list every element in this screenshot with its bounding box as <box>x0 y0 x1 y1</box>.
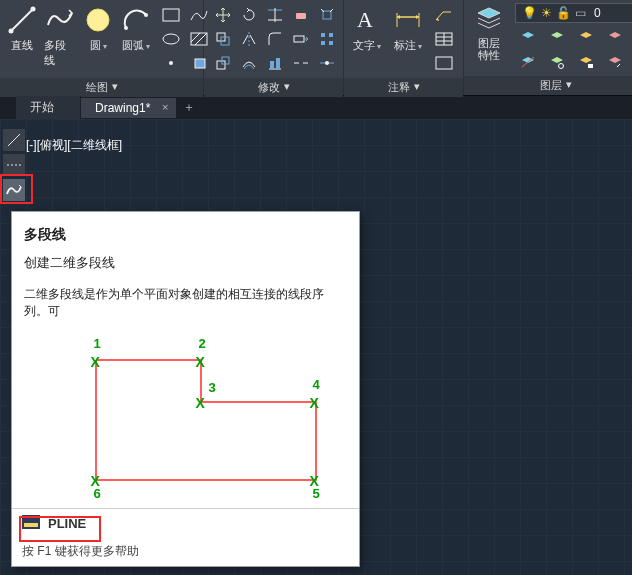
tool-mtext[interactable] <box>431 52 457 74</box>
tool-break[interactable] <box>288 52 314 74</box>
svg-point-4 <box>124 26 128 30</box>
svg-point-1 <box>9 29 14 34</box>
layer-tool-4[interactable] <box>602 26 628 48</box>
tool-stretch[interactable] <box>288 28 314 50</box>
chevron-down-icon: ▾ <box>284 80 290 95</box>
svg-line-0 <box>11 9 33 31</box>
text-icon: A <box>351 4 383 36</box>
layer-tool-8[interactable] <box>602 51 628 73</box>
tool-align[interactable] <box>262 52 288 74</box>
tooltip-footer: PLINE <box>12 508 359 538</box>
tool-rotate[interactable] <box>236 4 262 26</box>
svg-line-49 <box>8 134 20 146</box>
vertex-label-6: 6 <box>94 486 101 501</box>
tool-fillet[interactable] <box>262 28 288 50</box>
svg-line-19 <box>330 9 333 12</box>
vertex-marker: X <box>196 354 205 370</box>
svg-line-46 <box>522 57 534 67</box>
tool-explode[interactable] <box>314 4 340 26</box>
tool-polyline[interactable]: 多段线 <box>44 4 76 68</box>
panel-draw-title[interactable]: 绘图▾ <box>0 78 203 97</box>
tool-array[interactable] <box>314 28 340 50</box>
layer-tool-3[interactable] <box>573 26 599 48</box>
svg-point-36 <box>325 61 329 65</box>
tool-line[interactable]: 直线 <box>6 4 38 53</box>
tool-arc-label: 圆弧 <box>122 38 150 53</box>
svg-point-7 <box>163 34 179 44</box>
svg-rect-23 <box>294 36 304 42</box>
panel-layers-title[interactable]: 图层▾ <box>464 76 632 95</box>
layer-tool-5[interactable] <box>515 51 541 73</box>
tool-move[interactable] <box>210 4 236 26</box>
layer-selector[interactable]: 💡 ☀ 🔓 ▭ 0 <box>515 3 632 23</box>
tool-join[interactable] <box>314 52 340 74</box>
arc-icon <box>120 4 152 36</box>
svg-rect-31 <box>270 61 274 69</box>
layer-name: 0 <box>594 6 601 20</box>
tab-drawing1[interactable]: Drawing1* × <box>81 98 177 118</box>
panel-annotate-title[interactable]: 注释▾ <box>344 78 463 97</box>
tooltip-help: 按 F1 键获得更多帮助 <box>22 543 139 560</box>
tool-scale[interactable] <box>210 52 236 74</box>
layer-tool-2[interactable] <box>544 26 570 48</box>
svg-rect-21 <box>221 37 229 45</box>
chevron-down-icon: ▾ <box>112 80 118 95</box>
tool-arc[interactable]: 圆弧 <box>120 4 152 53</box>
layers-icon <box>473 3 505 35</box>
tool-ellipse[interactable] <box>158 28 184 50</box>
layer-tool-1[interactable] <box>515 26 541 48</box>
command-name: PLINE <box>48 516 86 531</box>
vertex-marker: X <box>196 395 205 411</box>
lefttool-line[interactable] <box>3 129 25 151</box>
svg-rect-17 <box>323 11 331 19</box>
svg-point-11 <box>169 61 173 65</box>
tooltip-pline: 多段线 创建二维多段线 二维多段线是作为单个平面对象创建的相互连接的线段序列。可… <box>11 211 360 567</box>
tab-start[interactable]: 开始 <box>16 96 81 119</box>
lightbulb-icon: 💡 <box>522 6 537 20</box>
close-icon[interactable]: × <box>162 101 168 113</box>
svg-rect-6 <box>163 9 179 21</box>
ribbon: 直线 多段线 圆 圆弧 <box>0 0 632 95</box>
svg-rect-52 <box>24 523 38 527</box>
tool-mirror[interactable] <box>236 28 262 50</box>
viewport-label[interactable]: [-][俯视][二维线框] <box>26 137 122 154</box>
tool-trim[interactable] <box>262 4 288 26</box>
svg-rect-29 <box>222 57 229 64</box>
lefttool-construction[interactable] <box>3 154 25 176</box>
svg-rect-27 <box>329 41 333 45</box>
tool-dimension[interactable]: 标注 <box>391 4 426 53</box>
tool-point[interactable] <box>158 52 184 74</box>
add-tab-button[interactable]: ＋ <box>177 99 201 116</box>
svg-rect-48 <box>588 64 593 68</box>
layer-tool-6[interactable] <box>544 51 570 73</box>
tool-erase[interactable] <box>288 4 314 26</box>
panel-modify-title[interactable]: 修改▾ <box>204 78 343 97</box>
tool-leader[interactable] <box>431 4 457 26</box>
svg-rect-20 <box>217 33 225 41</box>
svg-rect-24 <box>321 33 325 37</box>
svg-text:A: A <box>357 7 373 32</box>
vertex-label-2: 2 <box>199 336 206 351</box>
tool-layerprops[interactable]: 图层 特性 <box>469 3 509 61</box>
tool-dimension-label: 标注 <box>394 38 422 53</box>
svg-point-5 <box>144 13 148 17</box>
panel-layers: 图层 特性 💡 ☀ 🔓 ▭ 0 <box>464 0 632 95</box>
svg-point-3 <box>87 9 109 31</box>
tool-text-label: 文字 <box>353 38 381 53</box>
vertex-label-5: 5 <box>313 486 320 501</box>
chevron-down-icon: ▾ <box>414 80 420 95</box>
polyline-icon <box>44 4 76 36</box>
tooltip-diagram: X 1 X 2 X 3 X 4 X 5 X 6 <box>46 330 326 500</box>
tool-rect[interactable] <box>158 4 184 26</box>
sun-icon: ☀ <box>541 6 552 20</box>
svg-point-47 <box>559 64 564 69</box>
chevron-down-icon: ▾ <box>566 78 572 93</box>
tool-circle[interactable]: 圆 <box>82 4 114 53</box>
lefttool-polyline[interactable] <box>3 179 25 201</box>
tool-offset[interactable] <box>236 52 262 74</box>
layer-tool-7[interactable] <box>573 51 599 73</box>
tool-text[interactable]: A 文字 <box>350 4 385 53</box>
tool-table[interactable] <box>431 28 457 50</box>
vertex-marker: X <box>310 395 319 411</box>
tool-copy[interactable] <box>210 28 236 50</box>
